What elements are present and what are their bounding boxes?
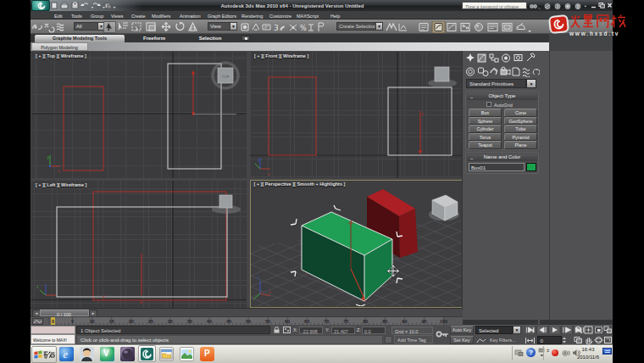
sphere-button[interactable]: Sphere	[469, 117, 502, 126]
named-selection-set-field[interactable]: Create Selection Set	[336, 22, 375, 31]
plane-button[interactable]: Plane	[504, 141, 537, 149]
viewport-front-label[interactable]: [ + ][ Front ][ Wireframe ]	[254, 54, 308, 59]
track-bar[interactable]: 0510152025303540455055606570758085909510…	[31, 316, 463, 326]
sphere-app-icon[interactable]	[120, 347, 135, 361]
start-button[interactable]	[31, 346, 57, 363]
3dsmax-taskbar-button-active[interactable]	[138, 345, 156, 362]
command-panel-tabs[interactable]	[465, 53, 538, 64]
pan-hand-icon[interactable]	[584, 336, 593, 344]
selection-lock-icon[interactable]	[273, 327, 280, 333]
name-color-rollout-header[interactable]: − Name and Color	[467, 154, 537, 161]
current-frame-field[interactable]: 0	[537, 336, 562, 344]
menu-graph-editors[interactable]: Graph Editors	[208, 12, 236, 20]
menu-views[interactable]: Views	[111, 12, 124, 20]
viewport-left-label[interactable]: [ + ][ Left ][ Wireframe ]	[36, 183, 86, 188]
language-tray-icon[interactable]	[602, 348, 612, 355]
ribbon-minimize-button[interactable]	[242, 36, 250, 41]
auto-key-button[interactable]: Auto Key	[450, 326, 474, 334]
tube-button[interactable]: Tube	[504, 125, 537, 133]
select-object-button-active[interactable]	[103, 21, 116, 33]
key-mode-toggle[interactable]	[525, 337, 536, 344]
avatar-icon[interactable]	[80, 347, 94, 361]
camera-tray-icon[interactable]	[562, 349, 570, 357]
time-slider-track[interactable]: ◂ 0 / 100 ▸	[31, 308, 463, 316]
application-button[interactable]	[31, 0, 50, 11]
pin-tray-icon[interactable]: ±	[547, 348, 549, 353]
time-tag-icon[interactable]	[385, 336, 392, 343]
mini-curve-editor-button[interactable]	[32, 318, 43, 325]
tray-date[interactable]: 2010/11/6	[574, 355, 602, 360]
zoom-icon[interactable]	[574, 326, 583, 334]
cone-button[interactable]: Cone	[504, 109, 537, 117]
menu-animation[interactable]: Animation	[180, 12, 200, 20]
menu-create[interactable]: Create	[131, 12, 146, 20]
ribbon-panel-polygon-modeling[interactable]: Polygon Modeling	[31, 42, 88, 51]
set-key-button[interactable]: Set Key	[450, 336, 474, 344]
primitives-dropdown[interactable]: Standard Primitives	[466, 79, 526, 88]
menu-help[interactable]: Help	[330, 12, 340, 20]
ie-icon[interactable]: e	[59, 347, 74, 361]
zoom-extents-icon[interactable]	[594, 326, 603, 334]
key-filters-button[interactable]: Key Filters...	[490, 338, 516, 343]
x-coordinate-field[interactable]: -22.908	[299, 327, 323, 334]
help-tray-icon[interactable]: ?	[526, 348, 536, 357]
viewport-top[interactable]: TOP y x [ + ][ Top ][ Wireframe ]	[31, 52, 247, 178]
maximize-viewport-icon[interactable]	[603, 336, 613, 344]
picture-icon[interactable]	[180, 347, 194, 361]
teapot-button[interactable]: Teapot	[469, 141, 502, 149]
primitives-dropdown-arrow[interactable]: ▼	[526, 79, 536, 88]
add-time-tag[interactable]: Add Time Tag	[394, 335, 433, 343]
geosphere-button[interactable]: GeoSphere	[504, 117, 537, 126]
field-of-view-icon[interactable]	[574, 336, 583, 344]
viewport-top-label[interactable]: [ + ][ Top ][ Wireframe ]	[36, 54, 86, 59]
toolbar-icons-far-right[interactable]	[386, 21, 534, 33]
p-app-icon[interactable]: P	[200, 347, 214, 361]
viewport-perspective[interactable]: z x [ + ][ Perspective ][ Smooth + Highl…	[250, 180, 463, 308]
record-tray-icon[interactable]	[552, 349, 558, 356]
menu-group[interactable]: Group	[91, 12, 103, 20]
menu-tools[interactable]: Tools	[71, 12, 82, 20]
selection-filter-dropdown[interactable]: All	[74, 22, 97, 31]
ribbon-tab-selection[interactable]: Selection	[185, 35, 236, 42]
network-tray-icon[interactable]	[514, 349, 524, 357]
viewport-perspective-label[interactable]: [ + ][ Perspective ][ Smooth + Highlight…	[254, 182, 346, 187]
zoom-all-icon[interactable]	[584, 326, 593, 334]
autogrid-checkbox[interactable]	[486, 102, 491, 107]
z-coordinate-field[interactable]: 0.0	[362, 327, 386, 334]
y-coordinate-field[interactable]: 21.407	[331, 327, 355, 334]
menu-customize[interactable]: Customize	[269, 12, 291, 20]
tray-clock[interactable]: 16:43	[578, 347, 598, 352]
frame-spinner[interactable]	[562, 336, 567, 344]
object-color-swatch[interactable]	[526, 163, 536, 171]
zoom-extents-all-icon[interactable]	[603, 326, 613, 334]
selected-dropdown[interactable]: Selected	[475, 326, 513, 334]
menu-edit[interactable]: Edit	[54, 12, 62, 20]
maxscript-mini-listener[interactable]: Welcome to MAX!	[31, 334, 75, 344]
folder-window-icon[interactable]	[159, 347, 174, 361]
object-type-rollout-header[interactable]: − Object Type	[467, 92, 537, 100]
selection-set-arrow[interactable]: ▼	[375, 22, 383, 31]
absolute-mode-icon[interactable]	[283, 327, 291, 333]
search-input[interactable]: Type a keyword or phrase	[462, 2, 527, 9]
ribbon-tab-graphite[interactable]: Graphite Modeling Tools	[35, 35, 125, 42]
orbit-icon[interactable]	[594, 336, 603, 344]
default-in-out-tangent-icon[interactable]	[476, 337, 486, 344]
toolbar-icons-right[interactable]: 3 %	[241, 21, 334, 33]
time-slider-handle[interactable]: 0 / 100	[40, 310, 89, 316]
media-v-icon[interactable]: V	[100, 347, 114, 361]
reference-coordinate-arrow[interactable]: ▼	[230, 22, 237, 31]
box-button[interactable]: Box	[469, 109, 502, 117]
window-controls[interactable]	[591, 2, 613, 9]
selected-dropdown-arrow[interactable]: ▼	[513, 326, 521, 334]
infocenter-icons[interactable]: ?	[529, 3, 590, 10]
ribbon-tab-freeform[interactable]: Freeform	[129, 35, 180, 42]
macro-recorder[interactable]	[31, 326, 75, 335]
reference-coordinate-dropdown[interactable]: View	[208, 22, 230, 31]
menu-modifiers[interactable]: Modifiers	[152, 12, 170, 20]
viewport-front[interactable]: z y x [ + ][ Front ][ Wireframe ]	[250, 52, 462, 178]
viewport-left[interactable]: y x z [ + ][ Left ][ Wireframe ]	[31, 181, 247, 308]
pyramid-button[interactable]: Pyramid	[504, 133, 537, 142]
command-panel-categories[interactable]	[465, 66, 540, 77]
torus-button[interactable]: Torus	[469, 133, 502, 142]
menu-rendering[interactable]: Rendering	[242, 12, 263, 20]
